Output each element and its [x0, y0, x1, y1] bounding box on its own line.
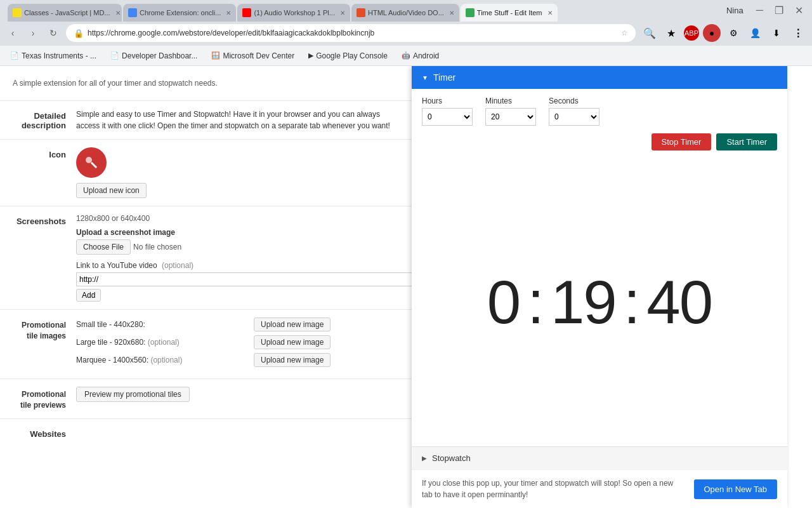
open-new-tab-btn[interactable]: Open in New Tab [694, 479, 778, 499]
timer-hours-display: 0 [487, 267, 520, 337]
choose-file-btn[interactable]: Choose File [76, 239, 131, 255]
detail-text: Simple and easy to use Timer and Stopwat… [76, 109, 399, 131]
upload-icon-btn[interactable]: Upload new icon [76, 183, 147, 198]
youtube-label-text: Link to a YouTube video [76, 261, 157, 270]
star-icon[interactable]: ☆ [621, 29, 628, 37]
close-button[interactable]: ✕ [791, 4, 807, 17]
stopwatch-header[interactable]: ▶ Stopwatch [412, 447, 787, 469]
no-file-chosen: No file chosen [133, 243, 181, 251]
extension-icon-1[interactable]: ● [703, 24, 721, 42]
tab-3[interactable]: (1) Audio Workshop 1 Pl... ✕ [237, 4, 350, 22]
add-button[interactable]: Add [76, 289, 101, 302]
detailed-desc-label: Detailed description [13, 109, 76, 131]
info-text: If you close this pop up, your timer and… [422, 478, 684, 500]
stopwatch-label: Stopwatch [432, 453, 471, 463]
hours-select[interactable]: 0 1 2 [422, 108, 473, 126]
hours-label: Hours [422, 97, 473, 105]
tab-4[interactable]: HTML Audio/Video DO... ✕ [351, 4, 459, 22]
icon-preview [76, 147, 107, 178]
tab-5[interactable]: Time Stuff - Edit Item ✕ [461, 4, 558, 22]
extension-icon-3[interactable]: 👤 [746, 24, 764, 42]
icon-label: Icon [13, 147, 76, 198]
screenshots-label: Screenshots [13, 214, 76, 302]
upload-large-btn[interactable]: Upload new image [254, 335, 331, 349]
title-bar: Classes - JavaScript | MD... ✕ Chrome Ex… [0, 0, 812, 20]
bookmark-2-icon: 🪟 [211, 51, 220, 60]
icon-row: Icon Upload new icon [0, 139, 412, 206]
tab-2[interactable]: Chrome Extension: oncli... ✕ [123, 4, 236, 22]
tab-1-favicon [13, 8, 22, 17]
stopwatch-triangle-icon: ▶ [422, 455, 427, 462]
bookmark-star-icon[interactable]: ★ [662, 24, 680, 42]
browser-window: Classes - JavaScript | MD... ✕ Chrome Ex… [0, 0, 812, 508]
address-bar[interactable]: 🔒 https://chrome.google.com/webstore/dev… [66, 24, 636, 42]
minutes-select[interactable]: 0 5 10 15 20 25 30 [485, 108, 536, 126]
tab-5-label: Time Stuff - Edit Item [477, 9, 542, 17]
hours-field: Hours 0 1 2 [422, 97, 473, 126]
adblock-icon[interactable]: ABP [684, 25, 699, 41]
youtube-input[interactable] [76, 272, 412, 286]
back-button[interactable]: ‹ [5, 25, 20, 41]
promo-large-label: Large tile - 920x680: (optional) [76, 338, 254, 347]
youtube-section: Link to a YouTube video (optional) Add [76, 261, 412, 302]
restore-button[interactable]: ❐ [771, 4, 787, 17]
user-name: Nina [721, 6, 749, 15]
bookmark-4[interactable]: 🤖 Android [396, 50, 444, 62]
bookmark-0[interactable]: 📄 Texas Instruments - ... [5, 50, 102, 62]
timer-section-header[interactable]: ▼ Timer [412, 66, 787, 89]
menu-icon[interactable]: ⋮ [789, 24, 807, 42]
search-icon-btn[interactable]: 🔍 [641, 24, 658, 42]
bookmark-0-label: Texas Instruments - ... [22, 51, 96, 60]
tab-5-close[interactable]: ✕ [547, 10, 553, 17]
extension-icon-4[interactable]: ⬇ [768, 24, 785, 42]
tab-1-close[interactable]: ✕ [115, 10, 121, 17]
preview-promo-btn[interactable]: Preview my promotional tiles [76, 387, 190, 402]
bookmark-3-icon: ▶ [308, 51, 313, 60]
search-icon: 🔒 [74, 29, 84, 38]
tab-4-favicon [357, 8, 365, 17]
tab-2-favicon [128, 8, 137, 17]
youtube-label: Link to a YouTube video (optional) [76, 261, 412, 270]
tab-3-close[interactable]: ✕ [340, 10, 345, 17]
bookmark-1[interactable]: 📄 Developer Dashboar... [105, 50, 202, 62]
seconds-label: Seconds [549, 97, 599, 105]
promo-preview-row: Promotional tile previews Preview my pro… [0, 378, 412, 418]
tab-4-close[interactable]: ✕ [449, 10, 454, 17]
detailed-description-row: Detailed description Simple and easy to … [0, 100, 412, 139]
websites-row: Websites [0, 418, 412, 446]
bookmark-3-label: Google Play Console [316, 51, 388, 60]
seconds-select[interactable]: 0 15 30 45 [549, 108, 599, 126]
bookmark-4-label: Android [413, 51, 439, 60]
websites-label: Websites [13, 427, 76, 439]
reload-button[interactable]: ↻ [46, 25, 61, 41]
separator-1: : [527, 267, 543, 337]
stop-timer-btn[interactable]: Stop Timer [652, 133, 712, 150]
timer-buttons: Stop Timer Start Timer [422, 133, 777, 150]
bookmark-0-icon: 📄 [10, 51, 19, 60]
upload-marquee-btn[interactable]: Upload new image [254, 353, 331, 367]
extension-icon-2[interactable]: ⚙ [724, 24, 742, 42]
youtube-optional: (optional) [162, 261, 193, 270]
tab-1[interactable]: Classes - JavaScript | MD... ✕ [8, 4, 122, 22]
start-timer-btn[interactable]: Start Timer [716, 133, 777, 150]
websites-content [76, 427, 399, 439]
forward-button[interactable]: › [25, 25, 41, 41]
upload-small-btn[interactable]: Upload new image [254, 318, 331, 331]
upload-section: Upload a screenshot image Choose File No… [76, 228, 412, 255]
tab-2-close[interactable]: ✕ [226, 10, 231, 17]
promo-tile-large: Large tile - 920x680: (optional) Upload … [76, 335, 399, 349]
minutes-field: Minutes 0 5 10 15 20 25 30 [485, 97, 536, 126]
minimize-button[interactable]: ─ [752, 4, 767, 16]
large-optional: (optional) [148, 338, 180, 347]
screenshots-row: Screenshots 812x508 or 640x400 Upload a… [0, 206, 412, 309]
timer-title: Timer [433, 72, 455, 83]
main-content: A simple extension for all of your timer… [0, 66, 812, 508]
toolbar-icons: 🔍 ★ ABP ● ⚙ 👤 ⬇ ⋮ [641, 24, 807, 42]
screenshot-size-note: 812x508 or 640x400 [76, 214, 412, 223]
bookmark-3[interactable]: ▶ Google Play Console [303, 50, 393, 62]
tab-5-favicon [466, 8, 475, 17]
bookmark-2[interactable]: 🪟 Microsoft Dev Center [206, 50, 299, 62]
description-note: A simple extension for all of your timer… [0, 79, 412, 100]
promo-preview-content: Preview my promotional tiles [76, 387, 399, 411]
form-panel: A simple extension for all of your timer… [0, 66, 412, 508]
